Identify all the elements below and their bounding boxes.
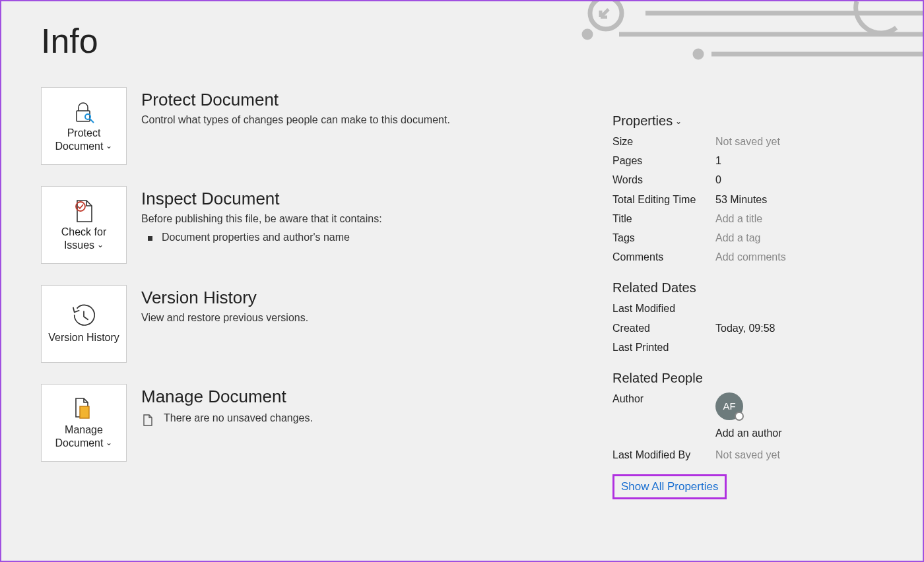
prop-words: Words 0 xyxy=(612,173,890,186)
check-for-issues-button[interactable]: Check for Issues xyxy=(41,186,127,264)
author-avatar[interactable]: AF xyxy=(715,392,743,420)
svg-rect-6 xyxy=(80,406,89,418)
tile-label: Manage Document xyxy=(46,423,122,450)
document-check-icon xyxy=(71,198,97,224)
date-last-modified: Last Modified xyxy=(612,302,890,315)
prop-size: Size Not saved yet xyxy=(612,135,890,148)
manage-document-button[interactable]: Manage Document xyxy=(41,384,127,462)
section-protect: Protect Document Protect Document Contro… xyxy=(41,87,606,165)
tile-label: Protect Document xyxy=(46,127,122,153)
date-created: Created Today, 09:58 xyxy=(612,322,890,334)
bullet-text: Document properties and author's name xyxy=(162,232,350,243)
show-all-properties-link[interactable]: Show All Properties xyxy=(612,474,727,499)
bullet-icon xyxy=(148,236,152,241)
prop-pages: Pages 1 xyxy=(612,154,890,167)
history-clock-icon xyxy=(71,303,97,330)
section-desc: There are no unsaved changes. xyxy=(164,412,313,427)
prop-tags[interactable]: Tags Add a tag xyxy=(612,232,890,244)
prop-title[interactable]: Title Add a title xyxy=(612,212,890,225)
documents-icon xyxy=(71,396,97,422)
author-row: Author AF Add an author xyxy=(612,392,890,439)
presence-icon xyxy=(735,412,744,421)
section-title: Inspect Document xyxy=(141,189,382,209)
lock-key-icon xyxy=(71,99,97,125)
tile-label: Check for Issues xyxy=(46,226,122,252)
add-author-link[interactable]: Add an author xyxy=(715,427,782,439)
related-people-header: Related People xyxy=(612,371,890,386)
date-last-printed: Last Printed xyxy=(612,341,890,354)
page-title: Info xyxy=(41,21,606,61)
section-desc: View and restore previous versions. xyxy=(141,312,308,324)
section-versions: Version History Version History View and… xyxy=(41,285,606,363)
section-title: Manage Document xyxy=(141,387,313,407)
section-desc: Before publishing this file, be aware th… xyxy=(141,213,382,225)
related-dates-header: Related Dates xyxy=(612,280,890,296)
version-history-button[interactable]: Version History xyxy=(41,285,127,363)
protect-document-button[interactable]: Protect Document xyxy=(41,87,127,165)
section-title: Protect Document xyxy=(141,90,450,110)
section-inspect: Check for Issues Inspect Document Before… xyxy=(41,186,606,264)
tile-label: Version History xyxy=(48,331,119,344)
unsaved-doc-icon xyxy=(141,414,154,427)
prop-comments[interactable]: Comments Add comments xyxy=(612,251,890,263)
last-modified-by-row: Last Modified By Not saved yet xyxy=(612,449,890,461)
section-desc: Control what types of changes people can… xyxy=(141,114,450,126)
section-manage: Manage Document Manage Document There ar… xyxy=(41,384,606,462)
section-title: Version History xyxy=(141,288,308,308)
properties-dropdown[interactable]: Properties xyxy=(612,113,890,129)
prop-total-editing-time: Total Editing Time 53 Minutes xyxy=(612,193,890,206)
